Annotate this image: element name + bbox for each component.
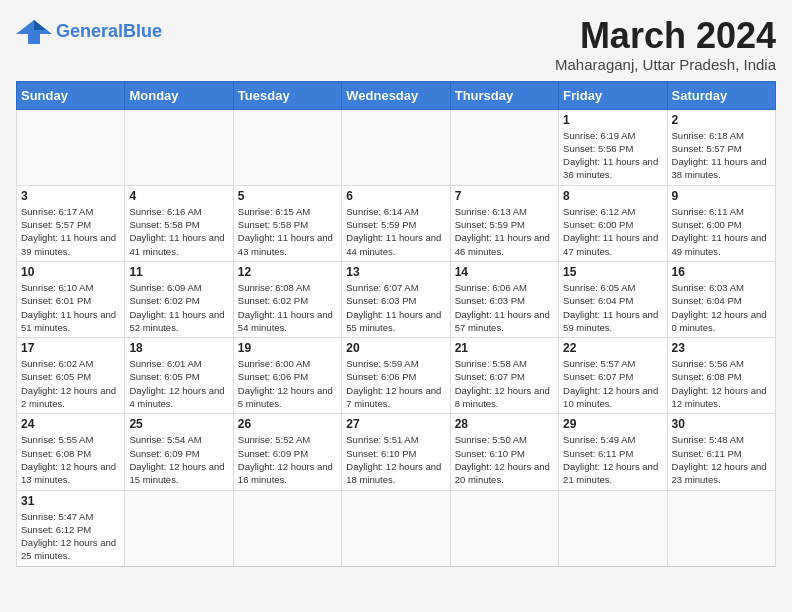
day-number: 29 (563, 417, 662, 431)
calendar-cell: 18Sunrise: 6:01 AM Sunset: 6:05 PM Dayli… (125, 338, 233, 414)
calendar-cell: 22Sunrise: 5:57 AM Sunset: 6:07 PM Dayli… (559, 338, 667, 414)
day-number: 31 (21, 494, 120, 508)
day-number: 19 (238, 341, 337, 355)
day-info: Sunrise: 6:13 AM Sunset: 5:59 PM Dayligh… (455, 205, 554, 258)
calendar-cell: 1Sunrise: 6:19 AM Sunset: 5:56 PM Daylig… (559, 109, 667, 185)
calendar-cell: 23Sunrise: 5:56 AM Sunset: 6:08 PM Dayli… (667, 338, 775, 414)
calendar-cell: 6Sunrise: 6:14 AM Sunset: 5:59 PM Daylig… (342, 185, 450, 261)
day-number: 28 (455, 417, 554, 431)
day-number: 20 (346, 341, 445, 355)
day-info: Sunrise: 6:01 AM Sunset: 6:05 PM Dayligh… (129, 357, 228, 410)
calendar-cell: 7Sunrise: 6:13 AM Sunset: 5:59 PM Daylig… (450, 185, 558, 261)
day-info: Sunrise: 5:54 AM Sunset: 6:09 PM Dayligh… (129, 433, 228, 486)
day-info: Sunrise: 5:51 AM Sunset: 6:10 PM Dayligh… (346, 433, 445, 486)
day-info: Sunrise: 5:50 AM Sunset: 6:10 PM Dayligh… (455, 433, 554, 486)
day-info: Sunrise: 6:12 AM Sunset: 6:00 PM Dayligh… (563, 205, 662, 258)
calendar-cell: 19Sunrise: 6:00 AM Sunset: 6:06 PM Dayli… (233, 338, 341, 414)
day-number: 16 (672, 265, 771, 279)
calendar-cell: 21Sunrise: 5:58 AM Sunset: 6:07 PM Dayli… (450, 338, 558, 414)
calendar-cell: 20Sunrise: 5:59 AM Sunset: 6:06 PM Dayli… (342, 338, 450, 414)
day-info: Sunrise: 6:10 AM Sunset: 6:01 PM Dayligh… (21, 281, 120, 334)
week-row-3: 10Sunrise: 6:10 AM Sunset: 6:01 PM Dayli… (17, 261, 776, 337)
calendar-cell (17, 109, 125, 185)
weekday-header-thursday: Thursday (450, 81, 558, 109)
logo: GeneralBlue (16, 16, 162, 46)
week-row-6: 31Sunrise: 5:47 AM Sunset: 6:12 PM Dayli… (17, 490, 776, 566)
calendar-cell (667, 490, 775, 566)
day-info: Sunrise: 6:16 AM Sunset: 5:58 PM Dayligh… (129, 205, 228, 258)
day-number: 2 (672, 113, 771, 127)
calendar-cell (233, 490, 341, 566)
day-number: 22 (563, 341, 662, 355)
calendar-cell (233, 109, 341, 185)
day-number: 15 (563, 265, 662, 279)
day-info: Sunrise: 6:07 AM Sunset: 6:03 PM Dayligh… (346, 281, 445, 334)
weekday-header-saturday: Saturday (667, 81, 775, 109)
day-number: 8 (563, 189, 662, 203)
day-info: Sunrise: 5:47 AM Sunset: 6:12 PM Dayligh… (21, 510, 120, 563)
calendar-cell (125, 109, 233, 185)
header: GeneralBlue March 2024 Maharaganj, Uttar… (16, 16, 776, 73)
calendar-cell: 29Sunrise: 5:49 AM Sunset: 6:11 PM Dayli… (559, 414, 667, 490)
calendar-cell: 31Sunrise: 5:47 AM Sunset: 6:12 PM Dayli… (17, 490, 125, 566)
calendar-cell: 11Sunrise: 6:09 AM Sunset: 6:02 PM Dayli… (125, 261, 233, 337)
day-number: 17 (21, 341, 120, 355)
day-number: 25 (129, 417, 228, 431)
day-number: 6 (346, 189, 445, 203)
day-info: Sunrise: 5:57 AM Sunset: 6:07 PM Dayligh… (563, 357, 662, 410)
calendar-cell: 17Sunrise: 6:02 AM Sunset: 6:05 PM Dayli… (17, 338, 125, 414)
calendar-table: SundayMondayTuesdayWednesdayThursdayFrid… (16, 81, 776, 567)
day-number: 4 (129, 189, 228, 203)
day-number: 3 (21, 189, 120, 203)
calendar-cell (125, 490, 233, 566)
month-year-title: March 2024 (555, 16, 776, 56)
day-info: Sunrise: 6:17 AM Sunset: 5:57 PM Dayligh… (21, 205, 120, 258)
day-info: Sunrise: 6:19 AM Sunset: 5:56 PM Dayligh… (563, 129, 662, 182)
day-info: Sunrise: 6:02 AM Sunset: 6:05 PM Dayligh… (21, 357, 120, 410)
calendar-cell: 14Sunrise: 6:06 AM Sunset: 6:03 PM Dayli… (450, 261, 558, 337)
day-info: Sunrise: 6:03 AM Sunset: 6:04 PM Dayligh… (672, 281, 771, 334)
logo-icon (16, 16, 52, 46)
week-row-5: 24Sunrise: 5:55 AM Sunset: 6:08 PM Dayli… (17, 414, 776, 490)
calendar-cell: 25Sunrise: 5:54 AM Sunset: 6:09 PM Dayli… (125, 414, 233, 490)
day-info: Sunrise: 6:00 AM Sunset: 6:06 PM Dayligh… (238, 357, 337, 410)
day-info: Sunrise: 5:48 AM Sunset: 6:11 PM Dayligh… (672, 433, 771, 486)
weekday-header-tuesday: Tuesday (233, 81, 341, 109)
day-number: 5 (238, 189, 337, 203)
calendar-cell: 9Sunrise: 6:11 AM Sunset: 6:00 PM Daylig… (667, 185, 775, 261)
day-number: 12 (238, 265, 337, 279)
weekday-header-monday: Monday (125, 81, 233, 109)
weekday-header-sunday: Sunday (17, 81, 125, 109)
day-number: 24 (21, 417, 120, 431)
calendar-cell (342, 109, 450, 185)
day-info: Sunrise: 6:08 AM Sunset: 6:02 PM Dayligh… (238, 281, 337, 334)
location-subtitle: Maharaganj, Uttar Pradesh, India (555, 56, 776, 73)
day-info: Sunrise: 6:06 AM Sunset: 6:03 PM Dayligh… (455, 281, 554, 334)
day-info: Sunrise: 5:55 AM Sunset: 6:08 PM Dayligh… (21, 433, 120, 486)
calendar-cell (342, 490, 450, 566)
calendar-cell: 26Sunrise: 5:52 AM Sunset: 6:09 PM Dayli… (233, 414, 341, 490)
calendar-cell: 28Sunrise: 5:50 AM Sunset: 6:10 PM Dayli… (450, 414, 558, 490)
calendar-cell: 15Sunrise: 6:05 AM Sunset: 6:04 PM Dayli… (559, 261, 667, 337)
calendar-cell: 16Sunrise: 6:03 AM Sunset: 6:04 PM Dayli… (667, 261, 775, 337)
day-number: 10 (21, 265, 120, 279)
day-number: 13 (346, 265, 445, 279)
calendar-cell (450, 490, 558, 566)
calendar-cell: 30Sunrise: 5:48 AM Sunset: 6:11 PM Dayli… (667, 414, 775, 490)
day-number: 23 (672, 341, 771, 355)
calendar-cell: 4Sunrise: 6:16 AM Sunset: 5:58 PM Daylig… (125, 185, 233, 261)
day-number: 1 (563, 113, 662, 127)
day-number: 26 (238, 417, 337, 431)
weekday-header-wednesday: Wednesday (342, 81, 450, 109)
day-info: Sunrise: 6:15 AM Sunset: 5:58 PM Dayligh… (238, 205, 337, 258)
day-number: 21 (455, 341, 554, 355)
calendar-cell: 12Sunrise: 6:08 AM Sunset: 6:02 PM Dayli… (233, 261, 341, 337)
week-row-4: 17Sunrise: 6:02 AM Sunset: 6:05 PM Dayli… (17, 338, 776, 414)
day-info: Sunrise: 6:11 AM Sunset: 6:00 PM Dayligh… (672, 205, 771, 258)
day-number: 14 (455, 265, 554, 279)
calendar-cell: 5Sunrise: 6:15 AM Sunset: 5:58 PM Daylig… (233, 185, 341, 261)
day-info: Sunrise: 5:58 AM Sunset: 6:07 PM Dayligh… (455, 357, 554, 410)
day-number: 7 (455, 189, 554, 203)
calendar-cell (450, 109, 558, 185)
week-row-1: 1Sunrise: 6:19 AM Sunset: 5:56 PM Daylig… (17, 109, 776, 185)
